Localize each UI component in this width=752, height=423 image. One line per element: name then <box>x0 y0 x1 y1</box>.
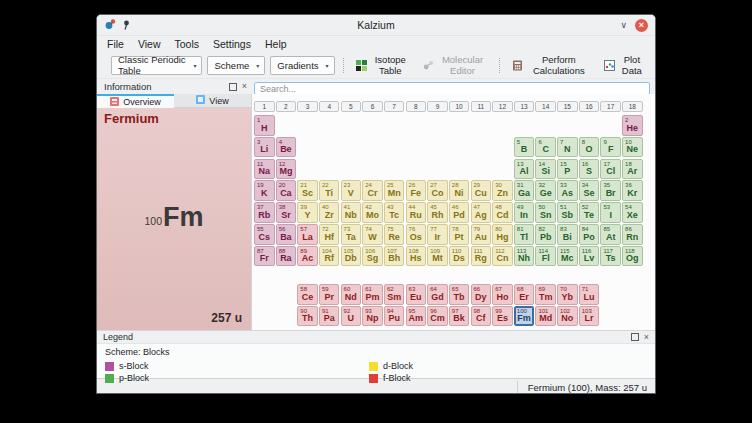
element-Mt[interactable]: 109Mt <box>427 246 448 267</box>
element-Np[interactable]: 93Np <box>362 306 383 327</box>
group-header-8[interactable]: 8 <box>406 101 427 112</box>
element-Re[interactable]: 75Re <box>384 224 405 245</box>
element-F[interactable]: 9F <box>600 137 621 158</box>
element-La[interactable]: 57La <box>297 224 318 245</box>
group-header-17[interactable]: 17 <box>600 101 621 112</box>
isotope-table-button[interactable]: Isotope Table <box>352 55 414 75</box>
element-Ts[interactable]: 117Ts <box>600 246 621 267</box>
element-Ni[interactable]: 28Ni <box>449 180 470 201</box>
element-Sn[interactable]: 50Sn <box>535 202 556 223</box>
menu-view[interactable]: View <box>131 36 168 52</box>
close-button[interactable]: × <box>635 19 648 32</box>
element-Tl[interactable]: 81Tl <box>514 224 535 245</box>
element-Lr[interactable]: 103Lr <box>579 306 600 327</box>
shade-chevron-icon[interactable]: ∨ <box>620 20 627 30</box>
group-header-12[interactable]: 12 <box>492 101 513 112</box>
element-Cm[interactable]: 96Cm <box>427 306 448 327</box>
group-header-14[interactable]: 14 <box>535 101 556 112</box>
element-Te[interactable]: 52Te <box>579 202 600 223</box>
element-In[interactable]: 49In <box>514 202 535 223</box>
element-Mg[interactable]: 12Mg <box>276 159 297 180</box>
element-Ga[interactable]: 31Ga <box>514 180 535 201</box>
element-Gd[interactable]: 64Gd <box>427 284 448 305</box>
element-He[interactable]: 2He <box>622 115 643 136</box>
element-Pu[interactable]: 94Pu <box>384 306 405 327</box>
element-Am[interactable]: 95Am <box>406 306 427 327</box>
element-Ru[interactable]: 44Ru <box>406 202 427 223</box>
element-N[interactable]: 7N <box>557 137 578 158</box>
element-Bi[interactable]: 83Bi <box>557 224 578 245</box>
element-Al[interactable]: 13Al <box>514 159 535 180</box>
element-Fl[interactable]: 114Fl <box>535 246 556 267</box>
element-Rb[interactable]: 37Rb <box>254 202 275 223</box>
element-Xe[interactable]: 54Xe <box>622 202 643 223</box>
element-Co[interactable]: 27Co <box>427 180 448 201</box>
element-Rf[interactable]: 104Rf <box>319 246 340 267</box>
element-Ce[interactable]: 58Ce <box>297 284 318 305</box>
element-Y[interactable]: 39Y <box>297 202 318 223</box>
element-No[interactable]: 102No <box>557 306 578 327</box>
element-Ds[interactable]: 110Ds <box>449 246 470 267</box>
element-Cu[interactable]: 29Cu <box>471 180 492 201</box>
element-Nb[interactable]: 41Nb <box>341 202 362 223</box>
element-Si[interactable]: 14Si <box>535 159 556 180</box>
element-Rh[interactable]: 45Rh <box>427 202 448 223</box>
element-Nh[interactable]: 113Nh <box>514 246 535 267</box>
element-Ne[interactable]: 10Ne <box>622 137 643 158</box>
element-Sb[interactable]: 51Sb <box>557 202 578 223</box>
element-Cr[interactable]: 24Cr <box>362 180 383 201</box>
element-Rg[interactable]: 111Rg <box>471 246 492 267</box>
element-Os[interactable]: 76Os <box>406 224 427 245</box>
menu-settings[interactable]: Settings <box>206 36 258 52</box>
element-Sg[interactable]: 106Sg <box>362 246 383 267</box>
element-Pa[interactable]: 91Pa <box>319 306 340 327</box>
group-header-13[interactable]: 13 <box>514 101 535 112</box>
group-header-9[interactable]: 9 <box>427 101 448 112</box>
group-header-11[interactable]: 11 <box>471 101 492 112</box>
menu-help[interactable]: Help <box>258 36 294 52</box>
element-Mo[interactable]: 42Mo <box>362 202 383 223</box>
element-Pr[interactable]: 59Pr <box>319 284 340 305</box>
element-Cf[interactable]: 98Cf <box>471 306 492 327</box>
element-Hf[interactable]: 72Hf <box>319 224 340 245</box>
group-header-4[interactable]: 4 <box>319 101 340 112</box>
close-legend-icon[interactable]: × <box>644 333 649 342</box>
element-Ge[interactable]: 32Ge <box>535 180 556 201</box>
element-Cs[interactable]: 55Cs <box>254 224 275 245</box>
element-Cl[interactable]: 17Cl <box>600 159 621 180</box>
element-Ir[interactable]: 77Ir <box>427 224 448 245</box>
element-Li[interactable]: 3Li <box>254 137 275 158</box>
element-Pb[interactable]: 82Pb <box>535 224 556 245</box>
element-O[interactable]: 8O <box>579 137 600 158</box>
element-I[interactable]: 53I <box>600 202 621 223</box>
element-Ta[interactable]: 73Ta <box>341 224 362 245</box>
element-Cn[interactable]: 112Cn <box>492 246 513 267</box>
table-type-select[interactable]: Classic Periodic Table ▾ <box>111 56 202 75</box>
group-header-7[interactable]: 7 <box>384 101 405 112</box>
element-Zn[interactable]: 30Zn <box>492 180 513 201</box>
element-Tc[interactable]: 43Tc <box>384 202 405 223</box>
element-Md[interactable]: 101Md <box>535 306 556 327</box>
element-Ca[interactable]: 20Ca <box>276 180 297 201</box>
element-U[interactable]: 92U <box>341 306 362 327</box>
element-Zr[interactable]: 40Zr <box>319 202 340 223</box>
plot-data-button[interactable]: Plot Data <box>600 55 649 75</box>
group-header-15[interactable]: 15 <box>557 101 578 112</box>
tab-overview[interactable]: Overview <box>97 94 174 108</box>
element-Ti[interactable]: 22Ti <box>319 180 340 201</box>
element-Po[interactable]: 84Po <box>579 224 600 245</box>
element-Hg[interactable]: 80Hg <box>492 224 513 245</box>
element-Es[interactable]: 99Es <box>492 306 513 327</box>
element-Og[interactable]: 118Og <box>622 246 643 267</box>
element-Db[interactable]: 105Db <box>341 246 362 267</box>
element-Mn[interactable]: 25Mn <box>384 180 405 201</box>
element-Ra[interactable]: 88Ra <box>276 246 297 267</box>
element-K[interactable]: 19K <box>254 180 275 201</box>
element-Ac[interactable]: 89Ac <box>297 246 318 267</box>
element-Au[interactable]: 79Au <box>471 224 492 245</box>
element-Eu[interactable]: 63Eu <box>406 284 427 305</box>
menu-tools[interactable]: Tools <box>168 36 207 52</box>
element-Ba[interactable]: 56Ba <box>276 224 297 245</box>
element-Fm[interactable]: 100Fm <box>514 306 535 327</box>
element-Lu[interactable]: 71Lu <box>579 284 600 305</box>
